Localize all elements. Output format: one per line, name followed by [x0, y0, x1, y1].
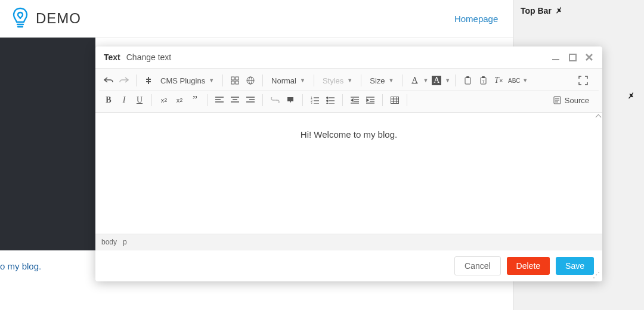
blockquote-icon[interactable]: ”	[188, 93, 202, 107]
delete-button[interactable]: Delete	[507, 257, 550, 275]
pin-icon[interactable]	[555, 7, 564, 15]
window-controls	[551, 52, 594, 62]
align-center-icon[interactable]	[228, 93, 242, 107]
anchor-icon[interactable]	[283, 93, 298, 107]
svg-rect-11	[465, 78, 470, 84]
source-button[interactable]: Source	[553, 96, 596, 105]
brand-text: DEMO	[36, 10, 81, 27]
show-blocks-icon[interactable]	[228, 73, 242, 88]
maximize-icon[interactable]	[568, 52, 577, 62]
format-size-dropdown[interactable]: Size▼	[366, 75, 397, 86]
scrollbar[interactable]	[595, 113, 601, 250]
paste-text-icon[interactable]: T	[476, 73, 490, 88]
svg-rect-14	[482, 76, 485, 78]
modal-footer: Cancel Delete Save ⋰	[95, 250, 602, 281]
bg-color-icon[interactable]: A	[429, 73, 444, 88]
svg-text:3: 3	[311, 102, 312, 104]
topbar-label: Top Bar	[521, 6, 552, 16]
link-icon[interactable]	[268, 93, 282, 107]
table-icon[interactable]	[388, 93, 402, 107]
editor-content[interactable]: Hi! Welcome to my blog.	[95, 113, 602, 140]
modal-subtitle: Change text	[126, 52, 172, 62]
svg-point-35	[327, 103, 328, 104]
svg-rect-2	[552, 59, 559, 60]
editor-body[interactable]: Hi! Welcome to my blog. body p	[95, 113, 602, 250]
hero-strip	[0, 38, 95, 250]
bullet-list-icon[interactable]	[323, 93, 338, 107]
svg-rect-7	[236, 81, 239, 84]
svg-text:T: T	[482, 80, 484, 83]
format-normal-dropdown[interactable]: Normal▼	[268, 75, 309, 86]
minimize-icon[interactable]	[551, 52, 561, 62]
paste-icon[interactable]	[460, 73, 475, 88]
resize-grip-icon[interactable]: ⋰	[593, 271, 600, 279]
align-right-icon[interactable]	[243, 93, 258, 107]
redo-icon[interactable]	[117, 73, 131, 88]
svg-rect-5	[236, 77, 239, 80]
spellcheck-icon[interactable]: ABC	[507, 73, 521, 88]
modal-header: Text Change text	[95, 46, 602, 68]
svg-rect-12	[466, 76, 469, 78]
cancel-button[interactable]: Cancel	[454, 256, 501, 275]
lightbulb-icon	[11, 7, 30, 30]
underline-icon[interactable]: U	[132, 93, 147, 107]
plugin-icon[interactable]	[141, 73, 156, 88]
nav-homepage[interactable]: Homepage	[454, 14, 498, 24]
svg-point-31	[327, 97, 328, 98]
undo-icon[interactable]	[101, 73, 116, 88]
italic-icon[interactable]: I	[117, 93, 131, 107]
globe-icon[interactable]	[243, 73, 258, 88]
svg-point-33	[327, 100, 328, 101]
cms-plugins-dropdown[interactable]: CMS Plugins▼	[157, 75, 218, 86]
numbered-list-icon[interactable]: 123	[308, 93, 322, 107]
svg-rect-4	[231, 77, 234, 80]
svg-rect-6	[231, 81, 234, 84]
align-left-icon[interactable]	[212, 93, 227, 107]
pin-icon-secondary[interactable]	[627, 92, 636, 100]
close-icon[interactable]	[584, 52, 594, 62]
svg-rect-45	[391, 97, 399, 104]
modal-title: Text	[104, 52, 120, 62]
subscript-icon[interactable]: x2	[157, 93, 171, 107]
save-button[interactable]: Save	[556, 257, 594, 275]
format-styles-dropdown[interactable]: Styles▼	[319, 75, 356, 86]
elements-path: body p	[95, 234, 602, 250]
editor-maximize-icon[interactable]	[576, 73, 590, 88]
superscript-icon[interactable]: x2	[172, 93, 187, 107]
bold-icon[interactable]: B	[101, 93, 116, 107]
remove-format-icon[interactable]: T✕	[491, 73, 506, 88]
topbar-row[interactable]: Top Bar	[521, 6, 637, 16]
editor-toolbar: CMS Plugins▼ Normal▼ Styles▼ Size▼ A▼ A▼…	[95, 68, 602, 113]
blog-link-truncated[interactable]: o my blog.	[0, 256, 41, 276]
text-color-icon[interactable]: A	[407, 73, 422, 88]
path-body[interactable]: body	[101, 238, 117, 246]
edit-text-modal: Text Change text CMS Plugins▼ Normal▼ St…	[95, 46, 602, 281]
indent-icon[interactable]	[363, 93, 377, 107]
path-p[interactable]: p	[123, 238, 127, 246]
logo-wrap: DEMO	[11, 7, 81, 30]
svg-rect-3	[569, 54, 576, 61]
outdent-icon[interactable]	[348, 93, 362, 107]
